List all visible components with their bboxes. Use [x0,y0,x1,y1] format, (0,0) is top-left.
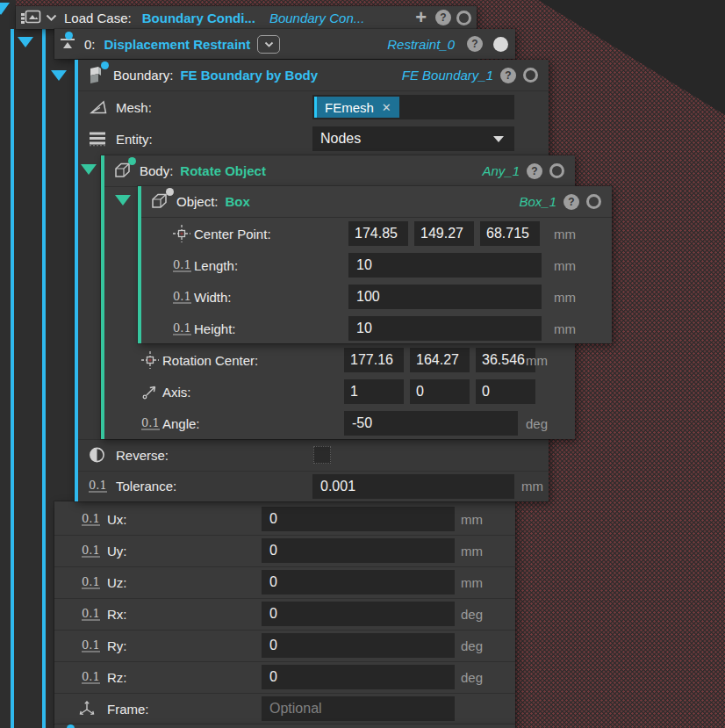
boundary-name[interactable]: FE Boundary_1 [402,68,493,83]
angle-input[interactable]: -50 [344,411,518,436]
entity-label: Entity: [116,132,153,147]
body-name[interactable]: Any_1 [482,163,520,178]
ux-unit: mm [461,512,483,527]
modified-dot [67,724,75,728]
width-row: 0.1 Width: 100 mm [141,281,612,313]
uz-input[interactable]: 0 [262,570,455,595]
rotation-center-y-input[interactable]: 164.27 [410,348,470,372]
status-circle-icon[interactable] [456,11,471,25]
tree-guide-line [42,29,46,728]
modified-dot [166,188,174,196]
collapse-icon[interactable] [60,38,75,50]
mesh-chip[interactable]: FEmesh ✕ [314,97,399,118]
close-icon[interactable]: ✕ [382,101,391,114]
status-circle-icon[interactable] [549,163,564,178]
entity-dropdown[interactable]: Nodes [312,126,514,151]
tree-guide-line [11,29,14,728]
center-point-z-input[interactable]: 68.715 [480,221,540,246]
frame-input[interactable]: Optional [262,696,455,721]
decimal-number-icon: 0.1 [173,321,191,335]
axis-z-input[interactable]: 0 [476,379,535,404]
help-icon[interactable]: ? [500,68,516,83]
rx-input[interactable]: 0 [262,602,455,626]
reverse-checkbox[interactable] [313,446,331,464]
axis-x-input[interactable]: 1 [344,379,404,404]
expander-body[interactable] [81,164,97,175]
restraint-type[interactable]: Displacement Restraint [104,37,251,52]
help-icon[interactable]: ? [467,36,483,52]
help-icon[interactable]: ? [563,194,579,210]
ux-input[interactable]: 0 [262,507,455,531]
rx-row: 0.1 Rx: 0 deg [54,598,515,630]
help-icon[interactable]: ? [435,10,451,25]
uy-row: 0.1 Uy: 0 mm [54,535,515,566]
rotation-center-x-input[interactable]: 177.16 [344,348,404,372]
uy-label: Uy: [107,544,127,559]
object-type[interactable]: Box [226,194,250,209]
boundary-label: Boundary: [113,68,173,83]
expander-restraint[interactable] [18,37,33,47]
boundary-type[interactable]: FE Boundary by Body [180,68,318,83]
center-point-icon [173,225,190,242]
height-input[interactable]: 10 [348,316,542,341]
ry-row: 0.1 Ry: 0 deg [54,630,515,661]
width-input[interactable]: 100 [348,285,542,309]
object-name[interactable]: Box_1 [519,194,556,209]
load-case-type[interactable]: Boundary Condi... [142,11,255,25]
ux-row: 0.1 Ux: 0 mm [54,503,515,535]
chevron-down-icon[interactable] [46,14,57,22]
frame-triad-icon [77,699,97,718]
next-node-bar[interactable] [54,724,515,728]
uy-input[interactable]: 0 [262,538,455,563]
tolerance-label: Tolerance: [116,479,176,494]
object-panel: Object: Box Box_1 ? Center Point: 174.85 [138,186,612,343]
decimal-number-icon: 0.1 [82,513,100,526]
length-input[interactable]: 10 [348,253,542,278]
angle-label: Angle: [162,415,200,430]
expander-boundary[interactable] [51,70,67,81]
center-point-x-input[interactable]: 174.85 [348,221,408,246]
length-row: 0.1 Length: 10 mm [141,249,612,281]
rz-row: 0.1 Rz: 0 deg [54,661,515,693]
status-circle-icon[interactable] [586,194,601,209]
restraint-type-dropdown-button[interactable] [257,35,280,54]
rz-label: Rz: [107,670,127,685]
axis-inputs: 1 0 0 [344,379,535,404]
uz-row: 0.1 Uz: 0 mm [54,566,515,598]
axis-label: Axis: [162,385,191,400]
rz-input[interactable]: 0 [262,665,455,689]
rotation-center-unit: mm [526,353,548,368]
decimal-number-icon: 0.1 [89,479,107,493]
axis-arrow-icon [141,383,159,400]
ry-label: Ry: [107,638,127,653]
decimal-number-icon: 0.1 [141,416,160,429]
uz-unit: mm [461,575,483,590]
height-row: 0.1 Height: 10 mm [141,313,612,343]
object-label: Object: [176,194,219,209]
tolerance-row: 0.1 Tolerance: 0.001 mm [78,471,549,501]
expander-object[interactable] [115,195,131,205]
ry-input[interactable]: 0 [262,633,455,658]
tree-collapse-wedge-icon[interactable] [0,3,10,15]
center-point-y-input[interactable]: 149.27 [414,221,474,246]
restraint-name[interactable]: Restraint_0 [387,37,455,52]
rx-label: Rx: [107,607,127,622]
axis-y-input[interactable]: 0 [410,379,470,404]
mesh-row: Mesh: FEmesh ✕ [78,91,549,123]
length-label: Length: [194,258,238,273]
status-circle-icon[interactable] [523,68,538,83]
length-unit: mm [554,258,576,273]
mesh-input[interactable]: FEmesh ✕ [312,95,514,119]
add-icon[interactable]: + [415,9,427,26]
status-circle-filled-icon[interactable] [493,37,508,52]
angle-row: 0.1 Angle: -50 deg [104,407,575,438]
load-case-icon[interactable] [19,8,42,27]
tolerance-input[interactable]: 0.001 [312,474,514,499]
ux-label: Ux: [107,512,127,527]
body-type[interactable]: Rotate Object [180,163,266,178]
rotation-center-label: Rotation Center: [162,353,258,368]
load-case-name[interactable]: Boundary Con... [269,11,364,25]
body-label: Body: [140,163,173,178]
entity-row: Entity: Nodes [78,123,549,155]
help-icon[interactable]: ? [527,163,542,179]
